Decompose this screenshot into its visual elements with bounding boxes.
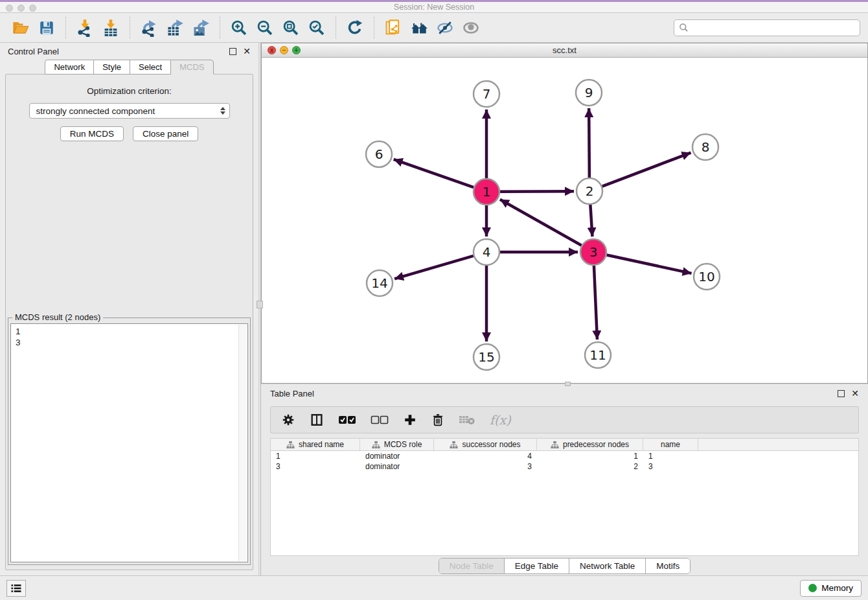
table-panel-title: Table Panel	[270, 389, 838, 398]
memory-status-icon	[808, 584, 817, 592]
zoom-out-icon[interactable]	[254, 17, 276, 39]
column-header-mcds-role[interactable]: MCDS role	[360, 439, 434, 450]
graph-node-2[interactable]: 2	[577, 178, 602, 204]
graph-node-1[interactable]: 1	[474, 179, 499, 205]
search-box[interactable]	[674, 19, 860, 36]
close-table-panel-icon[interactable]: ✕	[851, 390, 859, 397]
cell-mcds-role[interactable]: dominator	[360, 461, 434, 472]
first-neighbors-icon[interactable]	[408, 17, 430, 39]
column-header-successor-nodes[interactable]: successor nodes	[434, 439, 537, 450]
cell-predecessor-nodes[interactable]: 2	[537, 461, 643, 472]
horizontal-splitter-handle[interactable]	[565, 382, 571, 386]
tab-style[interactable]: Style	[94, 60, 130, 75]
cell-shared-name[interactable]: 3	[271, 461, 360, 472]
window-title: Session: New Session	[0, 3, 868, 12]
run-mcds-button[interactable]: Run MCDS	[60, 126, 124, 141]
zoom-in-icon[interactable]	[228, 17, 250, 39]
cell-name[interactable]: 3	[643, 461, 698, 472]
column-label: shared name	[299, 440, 344, 449]
export-table-icon[interactable]	[164, 17, 186, 39]
hide-selected-icon[interactable]	[434, 17, 456, 39]
graph-node-9[interactable]: 9	[576, 80, 602, 106]
export-network-icon[interactable]	[138, 17, 160, 39]
show-column-panel-icon[interactable]	[310, 413, 324, 427]
graph-edge-4-14[interactable]	[394, 256, 474, 279]
cell-successor-nodes[interactable]: 3	[434, 461, 537, 472]
graph-node-11[interactable]: 11	[585, 342, 611, 368]
svg-text:9: 9	[585, 85, 593, 100]
svg-text:6: 6	[375, 146, 383, 162]
save-session-icon[interactable]	[36, 17, 58, 39]
network-minimize-button[interactable]: –	[280, 46, 288, 54]
tab-mcds[interactable]: MCDS	[171, 60, 213, 75]
graph-edge-3-1[interactable]	[500, 200, 582, 246]
export-image-icon[interactable]	[190, 17, 212, 39]
node-table-header: shared nameMCDS rolesuccessor nodesprede…	[271, 439, 858, 451]
cell-predecessor-nodes[interactable]: 1	[537, 451, 643, 461]
zoom-selected-icon[interactable]	[306, 17, 328, 39]
svg-text:10: 10	[698, 269, 714, 284]
graph-edge-3-11[interactable]	[594, 266, 597, 340]
graph-node-4[interactable]: 4	[474, 239, 499, 265]
tab-network-table[interactable]: Network Table	[569, 559, 646, 573]
network-window-titlebar[interactable]: x – + scc.txt	[262, 43, 867, 58]
network-maximize-button[interactable]: +	[292, 46, 301, 54]
mcds-result-groupbox: MCDS result (2 nodes) 13	[8, 317, 251, 565]
graph-edge-3-10[interactable]	[607, 255, 692, 273]
search-input[interactable]	[692, 23, 855, 32]
refresh-icon[interactable]	[344, 17, 366, 39]
create-column-icon[interactable]	[403, 413, 417, 427]
close-panel-icon[interactable]: ✕	[243, 48, 251, 55]
delete-column-icon[interactable]	[431, 413, 444, 427]
table-settings-gear-icon[interactable]	[281, 413, 295, 427]
import-network-icon[interactable]	[74, 17, 96, 39]
graph-node-14[interactable]: 14	[367, 270, 393, 296]
network-close-button[interactable]: x	[268, 46, 276, 54]
cell-mcds-role[interactable]: dominator	[360, 451, 434, 461]
float-panel-icon[interactable]	[229, 48, 236, 55]
tab-select[interactable]: Select	[130, 60, 171, 75]
graph-edge-2-3[interactable]	[590, 205, 592, 237]
result-scrollbar[interactable]	[238, 325, 247, 561]
graph-node-8[interactable]: 8	[692, 134, 718, 160]
graph-edge-1-2[interactable]	[500, 191, 574, 192]
mcds-result-text[interactable]: 13	[10, 323, 248, 562]
graph-node-3[interactable]: 3	[580, 239, 606, 265]
open-session-icon[interactable]	[10, 17, 32, 39]
sitemap-icon	[286, 441, 295, 449]
graph-node-6[interactable]: 6	[366, 141, 392, 167]
criterion-select[interactable]: strongly connected component	[29, 103, 230, 119]
new-network-from-selection-icon[interactable]	[382, 17, 404, 39]
cell-shared-name[interactable]: 1	[271, 451, 360, 461]
deselect-all-columns-icon[interactable]	[371, 415, 389, 425]
tab-node-table[interactable]: Node Table	[439, 559, 505, 573]
graph-node-10[interactable]: 10	[694, 264, 720, 290]
graph-node-7[interactable]: 7	[474, 81, 499, 107]
cell-name[interactable]: 1	[643, 451, 698, 461]
float-table-panel-icon[interactable]	[838, 390, 845, 397]
zoom-fit-icon[interactable]	[280, 17, 302, 39]
table-panel-header: Table Panel ✕	[261, 384, 868, 402]
network-canvas[interactable]: 7968124314101511	[262, 58, 867, 383]
window-titlebar: Session: New Session	[0, 0, 868, 13]
tab-motifs[interactable]: Motifs	[646, 559, 690, 573]
column-header-shared-name[interactable]: shared name	[271, 439, 360, 450]
mcds-tab-content: Optimization criterion: strongly connect…	[5, 74, 253, 570]
graph-node-15[interactable]: 15	[474, 344, 499, 370]
graph-edge-2-9[interactable]	[589, 108, 589, 178]
import-table-icon[interactable]	[100, 17, 122, 39]
graph-edge-2-8[interactable]	[602, 153, 691, 187]
close-panel-button[interactable]: Close panel	[133, 126, 198, 141]
select-all-columns-icon[interactable]	[338, 415, 356, 425]
table-row[interactable]: 1dominator411	[271, 451, 858, 461]
tab-network[interactable]: Network	[45, 60, 94, 75]
network-window-title: scc.txt	[262, 43, 867, 57]
column-header-predecessor-nodes[interactable]: predecessor nodes	[537, 439, 643, 450]
show-panels-list-button[interactable]	[6, 580, 26, 597]
tab-edge-table[interactable]: Edge Table	[505, 559, 569, 573]
cell-successor-nodes[interactable]: 4	[434, 451, 537, 461]
column-header-name[interactable]: name	[643, 439, 698, 450]
graph-edge-1-6[interactable]	[394, 159, 474, 187]
table-row[interactable]: 3dominator323	[271, 461, 858, 472]
memory-button[interactable]: Memory	[800, 580, 862, 597]
